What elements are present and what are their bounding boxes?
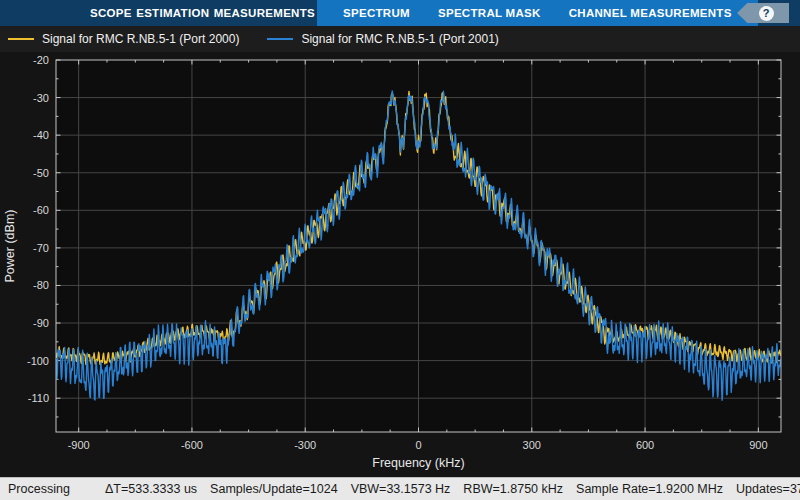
legend-line-swatch-yellow	[8, 38, 34, 40]
tab-estimation[interactable]: ESTIMATION	[134, 0, 211, 26]
status-item: Sample Rate=1.9200 MHz	[576, 482, 723, 496]
svg-text:600: 600	[636, 439, 654, 451]
tab-spectral-mask[interactable]: SPECTRAL MASK	[424, 0, 555, 26]
legend-label-port-2001: Signal for RMC R.NB.5-1 (Port 2001)	[301, 32, 498, 46]
svg-text:-600: -600	[181, 439, 203, 451]
legend: Signal for RMC R.NB.5-1 (Port 2000) Sign…	[0, 26, 800, 52]
svg-text:-50: -50	[33, 167, 49, 179]
status-item: ΔT=533.3333 us	[105, 482, 197, 496]
help-button[interactable]: ?	[737, 3, 789, 23]
status-bar: Processing ΔT=533.3333 usSamples/Update=…	[0, 477, 800, 500]
tab-measurements[interactable]: MEASUREMENTS	[212, 0, 317, 26]
legend-entry-port-2001[interactable]: Signal for RMC R.NB.5-1 (Port 2001)	[267, 32, 498, 46]
svg-text:-30: -30	[33, 92, 49, 104]
tab-group-spectrum-analyzer: SPECTRUM SPECTRAL MASK CHANNEL MEASUREME…	[317, 0, 758, 26]
status-item: VBW=33.1573 Hz	[351, 482, 451, 496]
status-item: RBW=1.8750 kHz	[463, 482, 563, 496]
status-processing-label: Processing	[8, 482, 105, 496]
status-item: Samples/Update=1024	[210, 482, 338, 496]
tab-group-main: SCOPE ESTIMATION MEASUREMENTS	[0, 0, 317, 26]
y-axis-label: Power (dBm)	[3, 210, 17, 283]
svg-text:-70: -70	[33, 242, 49, 254]
help-icon: ?	[759, 6, 774, 21]
tab-scope[interactable]: SCOPE	[88, 0, 134, 26]
svg-text:-60: -60	[33, 204, 49, 216]
svg-text:-900: -900	[68, 439, 90, 451]
svg-text:-90: -90	[33, 317, 49, 329]
svg-text:-300: -300	[294, 439, 316, 451]
legend-entry-port-2000[interactable]: Signal for RMC R.NB.5-1 (Port 2000)	[8, 32, 239, 46]
status-measurement-readouts: ΔT=533.3333 usSamples/Update=1024VBW=33.…	[105, 482, 800, 496]
svg-text:900: 900	[749, 439, 767, 451]
svg-text:0: 0	[415, 439, 421, 451]
legend-line-swatch-blue	[267, 38, 293, 40]
svg-text:-40: -40	[33, 129, 49, 141]
svg-text:-110: -110	[28, 392, 49, 404]
legend-label-port-2000: Signal for RMC R.NB.5-1 (Port 2000)	[42, 32, 239, 46]
svg-text:-80: -80	[33, 279, 49, 291]
spectrum-canvas[interactable]: -900-600-3000300600900-20-30-40-50-60-70…	[0, 52, 800, 477]
x-axis-label: Frequency (kHz)	[372, 456, 464, 470]
toolstrip-tabbar: SCOPE ESTIMATION MEASUREMENTS SPECTRUM S…	[0, 0, 800, 26]
status-item: Updates=37	[736, 482, 800, 496]
tab-channel-measurements[interactable]: CHANNEL MEASUREMENTS	[555, 0, 746, 26]
svg-text:300: 300	[523, 439, 541, 451]
svg-text:-100: -100	[27, 355, 49, 367]
tab-spectrum[interactable]: SPECTRUM	[329, 0, 424, 26]
svg-text:-20: -20	[33, 54, 49, 66]
